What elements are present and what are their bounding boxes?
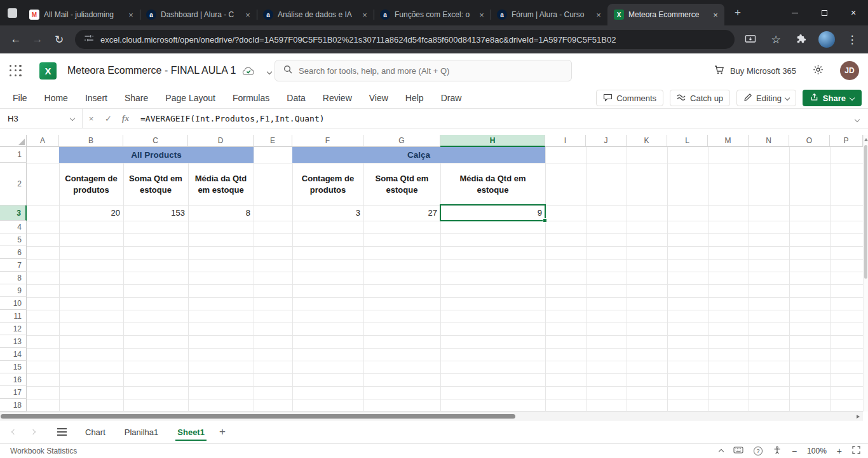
extensions-puzzle-icon[interactable] (790, 29, 812, 50)
window-minimize-button[interactable] (780, 0, 810, 25)
fill-handle[interactable] (543, 218, 547, 223)
column-header-a[interactable]: A (27, 135, 59, 147)
row-header-14[interactable]: 14 (0, 348, 27, 361)
sheet-nav-prev-icon[interactable] (9, 430, 19, 434)
row-header-2[interactable]: 2 (0, 163, 27, 205)
browser-tab-alura-analise[interactable]: a Análise de dados e IA × (257, 4, 374, 25)
column-header-p[interactable]: P (830, 135, 863, 147)
row-header-9[interactable]: 9 (0, 284, 27, 297)
column-header-e[interactable]: E (254, 135, 292, 147)
column-header-o[interactable]: O (789, 135, 830, 147)
cell-g3[interactable]: 27 (363, 205, 440, 221)
window-maximize-button[interactable] (810, 0, 839, 25)
menu-page-layout[interactable]: Page Layout (165, 93, 215, 103)
search-input[interactable] (299, 66, 563, 76)
app-launcher-icon[interactable] (10, 65, 22, 77)
row-header-3-selected[interactable]: 3 (0, 205, 27, 221)
cell-d3[interactable]: 8 (188, 205, 254, 221)
excel-logo[interactable]: X (39, 62, 57, 80)
cell-c2[interactable]: Soma Qtd em estoque (123, 163, 188, 205)
tab-close-icon[interactable]: × (710, 10, 721, 20)
bookmark-star-icon[interactable]: ☆ (765, 29, 787, 50)
formula-input[interactable] (140, 114, 855, 123)
new-tab-button[interactable]: + (729, 4, 746, 21)
fullscreen-icon[interactable] (852, 446, 860, 456)
cell-b3[interactable]: 20 (59, 205, 123, 221)
menu-share[interactable]: Share (125, 93, 148, 103)
cell-f3[interactable]: 3 (292, 205, 363, 221)
menu-data[interactable]: Data (287, 93, 306, 103)
column-header-b[interactable]: B (59, 135, 123, 147)
name-box[interactable]: H3 (0, 109, 83, 128)
sheet-nav-next-icon[interactable] (28, 430, 38, 434)
cell-g2[interactable]: Soma Qtd em estoque (363, 163, 440, 205)
editing-mode-button[interactable]: Editing (736, 90, 796, 106)
vertical-scrollbar[interactable] (863, 135, 868, 412)
share-button[interactable]: Share (803, 90, 862, 106)
cell-h2[interactable]: Média da Qtd em estoque (440, 163, 545, 205)
menu-help[interactable]: Help (405, 93, 424, 103)
comments-button[interactable]: Comments (596, 90, 663, 106)
browser-menu-icon[interactable]: ⋮ (841, 29, 863, 50)
row-header-11[interactable]: 11 (0, 310, 27, 323)
confirm-entry-button[interactable]: ✓ (100, 114, 117, 123)
merged-cell-f1-h1[interactable]: Calça (292, 147, 545, 163)
horizontal-scrollbar-thumb[interactable] (1, 414, 515, 419)
browser-tab-alura-funcoes[interactable]: a Funções com Excel: o × (374, 4, 491, 25)
column-header-c[interactable]: C (123, 135, 188, 147)
back-button[interactable]: ← (5, 29, 27, 50)
tab-close-icon[interactable]: × (126, 10, 136, 20)
account-avatar[interactable]: JD (840, 61, 859, 80)
row-header-13[interactable]: 13 (0, 335, 27, 348)
tab-close-icon[interactable]: × (360, 10, 370, 20)
catch-up-button[interactable]: Catch up (670, 90, 730, 106)
horizontal-scrollbar[interactable] (0, 412, 863, 420)
row-header-15[interactable]: 15 (0, 361, 27, 373)
menu-view[interactable]: View (369, 93, 388, 103)
column-header-n[interactable]: N (749, 135, 789, 147)
forward-button[interactable]: → (27, 29, 48, 50)
site-info-icon[interactable] (84, 33, 94, 46)
column-header-f[interactable]: F (292, 135, 363, 147)
row-header-18[interactable]: 18 (0, 399, 27, 412)
row-header-8[interactable]: 8 (0, 272, 27, 284)
column-header-i[interactable]: I (545, 135, 586, 147)
sheet-tab-chart[interactable]: Chart (76, 420, 115, 443)
menu-formulas[interactable]: Formulas (233, 93, 269, 103)
menu-file[interactable]: File (13, 93, 27, 103)
sheet-tab-sheet1-active[interactable]: Sheet1 (168, 420, 214, 443)
zoom-in-button[interactable]: + (837, 446, 842, 456)
menu-draw[interactable]: Draw (441, 93, 462, 103)
document-title[interactable]: Meteora Ecommerce - FINAL AULA 1 (67, 65, 236, 76)
cell-d2[interactable]: Média da Qtd em estoque (188, 163, 254, 205)
window-close-button[interactable]: × (839, 0, 868, 25)
zoom-level[interactable]: 100% (807, 447, 827, 455)
vertical-scrollbar-thumb[interactable] (864, 145, 867, 279)
search-box[interactable] (275, 60, 572, 81)
keyboard-icon[interactable] (733, 447, 743, 455)
zoom-out-button[interactable]: − (792, 446, 797, 456)
row-header-1[interactable]: 1 (0, 147, 27, 163)
column-header-g[interactable]: G (363, 135, 440, 147)
row-header-5[interactable]: 5 (0, 233, 27, 246)
row-header-4[interactable]: 4 (0, 221, 27, 233)
tab-close-icon[interactable]: × (243, 10, 253, 20)
menu-home[interactable]: Home (44, 93, 68, 103)
row-header-16[interactable]: 16 (0, 373, 27, 386)
cancel-entry-button[interactable]: × (83, 114, 100, 123)
buy-microsoft-365-button[interactable]: Buy Microsoft 365 (714, 65, 796, 77)
column-header-j[interactable]: J (586, 135, 627, 147)
browser-tab-alura-dashboard[interactable]: a Dashboard | Alura - C × (140, 4, 257, 25)
browser-profile-avatar[interactable] (818, 31, 835, 48)
row-header-6[interactable]: 6 (0, 246, 27, 259)
row-header-7[interactable]: 7 (0, 259, 27, 272)
address-bar[interactable]: excel.cloud.microsoft/open/onedrive/?doc… (75, 30, 735, 49)
cell-f2[interactable]: Contagem de produtos (292, 163, 363, 205)
column-header-k[interactable]: K (627, 135, 667, 147)
accessibility-icon[interactable] (773, 446, 782, 457)
sheet-tab-planilha1[interactable]: Planilha1 (115, 420, 168, 443)
column-header-d[interactable]: D (188, 135, 254, 147)
title-chevron-down-icon[interactable] (268, 65, 271, 76)
column-header-l[interactable]: L (667, 135, 708, 147)
menu-review[interactable]: Review (323, 93, 352, 103)
